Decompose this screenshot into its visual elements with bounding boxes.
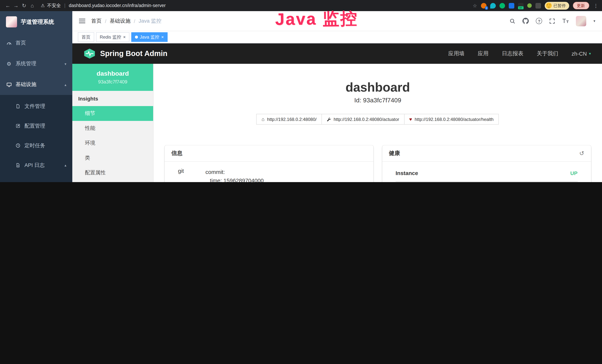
caret-down-icon[interactable]: ▾ bbox=[593, 19, 595, 23]
kebab-menu-icon[interactable]: ⋮ bbox=[593, 3, 598, 8]
history-icon[interactable]: ↺ bbox=[579, 150, 584, 157]
sidebar-item-config-manage[interactable]: 配置管理 bbox=[0, 116, 72, 136]
sidebar-item-label: 基础设施 bbox=[16, 81, 36, 88]
sidebar-menu: 首页 ⚙ 系统管理 ▾ 基础设施 ▴ 文件管理 bbox=[0, 33, 72, 182]
extension-leaf-icon[interactable] bbox=[527, 3, 532, 8]
menu-item-classes[interactable]: 类 bbox=[72, 150, 153, 165]
sidebar-item-label: API 日志 bbox=[24, 162, 45, 169]
extension-pin-icon[interactable] bbox=[490, 3, 495, 8]
header-actions: ? ▾ bbox=[510, 16, 595, 26]
extension-icon-1[interactable]: 1 bbox=[481, 3, 486, 8]
extension-grid-icon[interactable] bbox=[509, 3, 514, 8]
instance-name: dashboard bbox=[72, 70, 153, 77]
close-tab-icon[interactable]: × bbox=[161, 35, 164, 39]
font-size-icon[interactable] bbox=[562, 18, 569, 24]
chevron-up-icon: ▴ bbox=[64, 83, 66, 86]
menu-item-details[interactable]: 细节 bbox=[72, 106, 153, 121]
insights-section: Insights 细节 性能 环境 类 配置属性 计划任务 bbox=[72, 91, 153, 182]
breadcrumb: 首页 / 基础设施 / Java 监控 bbox=[91, 18, 161, 24]
page-title: dashboard bbox=[153, 80, 602, 95]
sidebar-item-api-log[interactable]: API 日志 ▴ bbox=[0, 155, 72, 175]
sba-brand-label: Spring Boot Admin bbox=[100, 49, 167, 58]
cards-grid: 信息 git commit: time: 1596289704000 id: 2… bbox=[153, 145, 602, 182]
sidebar-item-label: 配置管理 bbox=[24, 123, 45, 129]
sba-logo-icon bbox=[83, 48, 96, 59]
github-icon[interactable] bbox=[523, 18, 529, 24]
cards-right-column: 健康 ↺ Instance UP 线程 活动线程 143 bbox=[382, 145, 591, 182]
menu-fold-icon[interactable] bbox=[79, 18, 85, 24]
menu-item-performance[interactable]: 性能 bbox=[72, 121, 153, 136]
home-icon[interactable]: ⌂ bbox=[28, 3, 36, 9]
extension-puzzle-icon[interactable] bbox=[535, 3, 541, 8]
tab-home[interactable]: 首页 bbox=[78, 32, 94, 42]
info-card-title: 信息 bbox=[165, 145, 373, 162]
app-sidebar: 芋道管理系统 首页 ⚙ 系统管理 ▾ 基础设施 ▴ bbox=[0, 11, 72, 182]
url-text[interactable]: dashboard.yudao.iocoder.cn/infra/admin-s… bbox=[69, 3, 166, 8]
app-logo[interactable]: 芋道管理系统 bbox=[0, 11, 72, 33]
sidebar-item-system[interactable]: ⚙ 系统管理 ▾ bbox=[0, 54, 72, 74]
menu-item-environment[interactable]: 环境 bbox=[72, 136, 153, 150]
sba-brand[interactable]: Spring Boot Admin bbox=[83, 48, 167, 59]
instance-sidebar: dashboard 93a3fc7f7409 Insights 细节 性能 环境… bbox=[72, 64, 153, 182]
breadcrumb-infra[interactable]: 基础设施 bbox=[110, 18, 130, 24]
back-icon[interactable]: ← bbox=[4, 3, 12, 9]
extension-switch-icon[interactable]: on bbox=[518, 3, 523, 8]
update-button[interactable]: 更新 bbox=[573, 2, 589, 9]
info-value: commit: time: 1596289704000 id: 27aa832 … bbox=[205, 168, 359, 182]
forward-icon[interactable]: → bbox=[12, 3, 20, 9]
clock-icon bbox=[15, 143, 21, 148]
breadcrumb-home[interactable]: 首页 bbox=[91, 18, 102, 24]
home-icon: ⌂ bbox=[262, 117, 265, 122]
health-card: 健康 ↺ Instance UP bbox=[382, 145, 591, 182]
sidebar-item-scheduled-job[interactable]: 定时任务 bbox=[0, 136, 72, 155]
profile-avatar bbox=[546, 3, 552, 9]
sidebar-item-file-manage[interactable]: 文件管理 bbox=[0, 96, 72, 116]
info-card: 信息 git commit: time: 1596289704000 id: 2… bbox=[165, 145, 373, 182]
heart-icon: ♥ bbox=[409, 117, 412, 122]
user-avatar[interactable] bbox=[576, 16, 586, 26]
health-url-link[interactable]: ♥ http://192.168.0.2:48080/actuator/heal… bbox=[404, 114, 499, 125]
pencil-icon bbox=[15, 124, 21, 128]
extension-green-icon[interactable] bbox=[499, 3, 505, 8]
gear-icon: ⚙ bbox=[6, 61, 12, 67]
app-title: 芋道管理系统 bbox=[21, 18, 54, 25]
fullscreen-icon[interactable] bbox=[549, 18, 555, 24]
sba-language-dropdown[interactable]: zh-CN ▾ bbox=[572, 51, 591, 57]
search-icon[interactable] bbox=[510, 18, 516, 24]
address-bar[interactable]: ⚠ 不安全 | dashboard.yudao.iocoder.cn/infra… bbox=[41, 2, 166, 9]
sidebar-item-label: 首页 bbox=[16, 40, 26, 46]
help-icon[interactable]: ? bbox=[536, 18, 542, 24]
sidebar-item-home[interactable]: 首页 bbox=[0, 33, 72, 54]
actuator-url-link[interactable]: http://192.168.0.2:48080/actuator bbox=[321, 114, 404, 125]
health-instance-row[interactable]: Instance UP bbox=[396, 162, 578, 182]
chevron-down-icon: ▾ bbox=[589, 52, 591, 56]
menu-item-config-props[interactable]: 配置属性 bbox=[72, 165, 153, 180]
sba-nav-about[interactable]: 关于我们 bbox=[537, 50, 558, 57]
sba-nav-journal[interactable]: 日志报表 bbox=[502, 50, 523, 57]
wrench-icon bbox=[326, 117, 331, 121]
tab-java-monitor[interactable]: Java 监控 × bbox=[131, 32, 167, 42]
refresh-icon[interactable]: ↻ bbox=[20, 3, 28, 9]
profile-chip[interactable]: 已暂停 bbox=[545, 2, 569, 10]
file-icon bbox=[15, 104, 21, 109]
info-key: git bbox=[165, 168, 205, 182]
tab-redis-monitor[interactable]: Redis 监控 × bbox=[96, 32, 129, 42]
sidebar-item-infra[interactable]: 基础设施 ▴ bbox=[0, 74, 72, 95]
menu-item-scheduled-tasks[interactable]: 计划任务 bbox=[72, 180, 153, 182]
tags-view-bar: 首页 Redis 监控 × Java 监控 × bbox=[72, 31, 602, 43]
bookmark-star-icon[interactable]: ☆ bbox=[473, 3, 477, 8]
sba-navbar: Spring Boot Admin 应用墙 应用 日志报表 关于我们 zh-CN… bbox=[72, 43, 602, 64]
active-tab-dot bbox=[135, 36, 138, 39]
security-label[interactable]: 不安全 bbox=[47, 2, 61, 9]
close-tab-icon[interactable]: × bbox=[123, 35, 126, 39]
health-status-badge: UP bbox=[570, 170, 578, 176]
cards-left-column: 信息 git commit: time: 1596289704000 id: 2… bbox=[165, 145, 373, 182]
sba-nav-applications[interactable]: 应用 bbox=[478, 50, 489, 57]
sba-nav-wallboard[interactable]: 应用墙 bbox=[448, 50, 464, 57]
sidebar-item-access-log[interactable]: 访问日志 bbox=[0, 175, 72, 182]
sba-locale-label: zh-CN bbox=[572, 51, 587, 57]
instance-header[interactable]: dashboard 93a3fc7f7409 bbox=[72, 64, 153, 91]
infra-submenu: 文件管理 配置管理 定时任务 bbox=[0, 95, 72, 182]
tab-label: Redis 监控 bbox=[100, 34, 121, 40]
service-url-link[interactable]: ⌂ http://192.168.0.2:48080/ bbox=[256, 114, 322, 125]
